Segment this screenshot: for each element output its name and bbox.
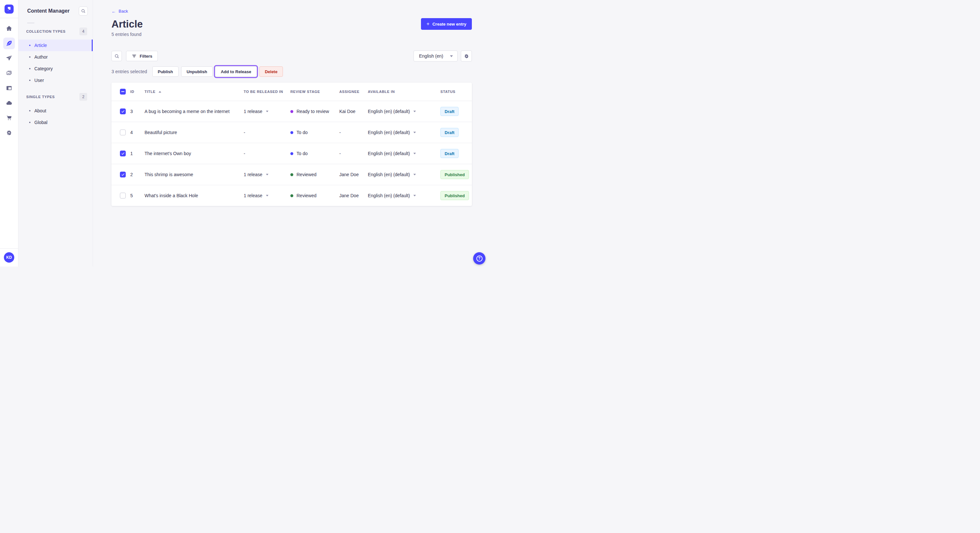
column-header-status: STATUS bbox=[441, 90, 472, 94]
locale-select[interactable]: English (en) bbox=[414, 51, 458, 62]
locale-value: English (en) bbox=[419, 54, 443, 59]
chevron-down-icon bbox=[413, 195, 416, 197]
bullet-icon bbox=[29, 68, 30, 69]
filters-button[interactable]: Filters bbox=[126, 51, 158, 61]
stage-dot-icon bbox=[290, 131, 293, 134]
sidebar-item-label: Category bbox=[34, 66, 53, 71]
locale-dropdown[interactable]: English (en) (default) bbox=[368, 172, 441, 177]
stage-label: To do bbox=[296, 151, 307, 156]
status-badge: Draft bbox=[441, 149, 458, 158]
rail-item-marketplace[interactable] bbox=[3, 112, 15, 124]
sidebar-item-author[interactable]: Author bbox=[19, 51, 93, 63]
publish-button[interactable]: Publish bbox=[152, 67, 178, 77]
content-manager-page: KD Content Manager COLLECTION TYPES4Arti… bbox=[0, 0, 490, 266]
section-count-badge: 4 bbox=[80, 27, 87, 35]
back-label: Back bbox=[119, 9, 128, 14]
cell-review-stage: Ready to review bbox=[290, 109, 339, 114]
cell-released: - bbox=[244, 130, 290, 135]
create-new-entry-button[interactable]: + Create new entry bbox=[421, 18, 472, 30]
table-row[interactable]: 1The internet's Own boy-To do-English (e… bbox=[111, 143, 472, 164]
deploy-icon bbox=[6, 100, 12, 106]
rail-item-content-type-builder[interactable] bbox=[3, 82, 15, 94]
table-row[interactable]: 2This shrimp is awesome1 releaseReviewed… bbox=[111, 164, 472, 185]
locale-label: English (en) (default) bbox=[368, 193, 410, 198]
filter-icon bbox=[132, 54, 137, 59]
rail-item-media-library[interactable] bbox=[3, 67, 15, 79]
entries-table: ID TITLE TO BE RELEASED IN REVIEW STAGE … bbox=[111, 82, 472, 206]
row-checkbox[interactable] bbox=[120, 108, 126, 114]
table-row[interactable]: 3A bug is becoming a meme on the interne… bbox=[111, 101, 472, 122]
release-dropdown[interactable]: 1 release bbox=[244, 172, 290, 177]
chevron-down-icon bbox=[413, 152, 416, 154]
table-row[interactable]: 5What's inside a Black Hole1 releaseRevi… bbox=[111, 185, 472, 206]
rail-item-deploy[interactable] bbox=[3, 97, 15, 109]
status-badge: Draft bbox=[441, 107, 458, 116]
row-checkbox[interactable] bbox=[120, 130, 126, 135]
sort-ascending-icon bbox=[159, 90, 161, 93]
stage-dot-icon bbox=[290, 194, 293, 197]
column-header-assignee: ASSIGNEE bbox=[339, 90, 368, 94]
column-header-title[interactable]: TITLE bbox=[145, 90, 244, 94]
section-count-badge: 2 bbox=[80, 93, 87, 101]
search-button[interactable] bbox=[79, 6, 88, 16]
chevron-down-icon bbox=[450, 55, 453, 57]
search-icon bbox=[81, 8, 86, 14]
locale-label: English (en) (default) bbox=[368, 172, 410, 177]
search-entries-button[interactable] bbox=[111, 51, 122, 61]
release-dropdown[interactable]: 1 release bbox=[244, 193, 290, 198]
stage-label: Ready to review bbox=[296, 109, 329, 114]
row-checkbox[interactable] bbox=[120, 171, 126, 178]
avatar[interactable]: KD bbox=[4, 252, 14, 263]
cell-assignee: - bbox=[339, 130, 368, 135]
release-count: - bbox=[244, 151, 245, 156]
row-checkbox[interactable] bbox=[120, 193, 126, 198]
column-header-available-in: AVAILABLE IN bbox=[368, 90, 441, 94]
stage-label: Reviewed bbox=[296, 172, 316, 177]
rail-item-settings[interactable] bbox=[3, 127, 15, 139]
subnav-sections: COLLECTION TYPES4ArticleAuthorCategoryUs… bbox=[19, 23, 93, 128]
add-to-release-button[interactable]: Add to Release bbox=[215, 67, 257, 77]
sidebar-item-category[interactable]: Category bbox=[19, 63, 93, 75]
logo-section bbox=[0, 0, 18, 18]
chevron-down-icon bbox=[413, 110, 416, 113]
locale-dropdown[interactable]: English (en) (default) bbox=[368, 130, 441, 135]
table-header-row: ID TITLE TO BE RELEASED IN REVIEW STAGE … bbox=[111, 82, 472, 101]
view-settings-button[interactable] bbox=[461, 51, 472, 62]
sidebar-item-about[interactable]: About bbox=[19, 105, 93, 117]
nav-rail: KD bbox=[0, 0, 19, 266]
section-items: AboutGlobal bbox=[19, 105, 93, 128]
cell-review-stage: Reviewed bbox=[290, 172, 339, 177]
locale-dropdown[interactable]: English (en) (default) bbox=[368, 109, 441, 114]
cell-review-stage: To do bbox=[290, 130, 339, 135]
cell-assignee: Kai Doe bbox=[339, 109, 368, 114]
subnav-title: Content Manager bbox=[27, 8, 70, 14]
delete-button[interactable]: Delete bbox=[259, 67, 283, 77]
sidebar-item-user[interactable]: User bbox=[19, 75, 93, 86]
selection-action-bar: 3 entries selected Publish Unpublish Add… bbox=[111, 67, 472, 77]
sidebar-item-article[interactable]: Article bbox=[19, 40, 93, 51]
chevron-down-icon bbox=[413, 132, 416, 133]
row-checkbox[interactable] bbox=[120, 151, 126, 156]
unpublish-button[interactable]: Unpublish bbox=[181, 67, 213, 77]
section-header: COLLECTION TYPES4 bbox=[19, 23, 93, 37]
section-header: SINGLE TYPES2 bbox=[19, 86, 93, 102]
sidebar-item-global[interactable]: Global bbox=[19, 117, 93, 128]
release-dropdown[interactable]: 1 release bbox=[244, 109, 290, 114]
table-body: 3A bug is becoming a meme on the interne… bbox=[111, 101, 472, 206]
help-button[interactable]: ? bbox=[473, 252, 485, 265]
strapi-logo bbox=[5, 5, 14, 14]
rail-item-content-manager[interactable] bbox=[3, 38, 15, 49]
rail-item-releases[interactable] bbox=[3, 52, 15, 64]
locale-dropdown[interactable]: English (en) (default) bbox=[368, 193, 441, 198]
rail-item-home[interactable] bbox=[3, 23, 15, 34]
bullet-icon bbox=[29, 56, 30, 58]
sidebar-item-label: Global bbox=[34, 120, 47, 125]
back-link[interactable]: ← Back bbox=[111, 9, 128, 14]
section-label: COLLECTION TYPES bbox=[26, 30, 65, 33]
settings-icon bbox=[6, 130, 12, 136]
table-row[interactable]: 4Beautiful picture-To do-English (en) (d… bbox=[111, 122, 472, 143]
stage-dot-icon bbox=[290, 110, 293, 113]
locale-dropdown[interactable]: English (en) (default) bbox=[368, 151, 441, 156]
select-all-checkbox[interactable] bbox=[120, 89, 126, 95]
stage-dot-icon bbox=[290, 152, 293, 155]
